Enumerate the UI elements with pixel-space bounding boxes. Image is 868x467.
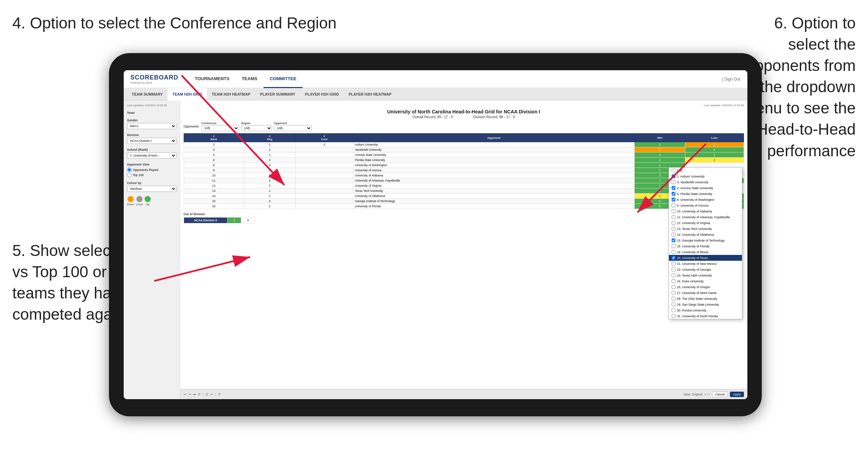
dropdown-item[interactable]: 2. Auburn University (669, 173, 742, 179)
row-opponent: University of Arkansas, Fayetteville (353, 178, 635, 183)
team-label: Team (127, 111, 176, 114)
radio-top100[interactable]: Top 100 (127, 173, 176, 177)
ood-win: 1 (228, 218, 241, 223)
row-reg: 2 (244, 147, 295, 152)
dropdown-item[interactable]: 30. Purdue University (669, 307, 742, 313)
nav-item-tournaments[interactable]: TOURNAMENTS (189, 70, 236, 88)
division-record: Division Record: 88 - 17 - 0 (473, 115, 515, 119)
conference-select[interactable]: (All) (201, 125, 239, 131)
apply-button[interactable]: Apply (730, 392, 744, 397)
nav-item-committee[interactable]: COMMITTEE (264, 70, 303, 88)
row-opponent: Auburn University (353, 142, 635, 147)
toolbar-refresh[interactable]: ⟳ (198, 393, 201, 396)
nav-sign-out[interactable]: | Sign Out (722, 77, 740, 82)
dropdown-item[interactable]: 3. Vanderbilt University (669, 179, 742, 185)
dropdown-item[interactable]: 25. University of Oregon (669, 284, 742, 290)
colour-by-select[interactable]: Win/loss (127, 186, 176, 192)
dropdown-item[interactable]: 8. University of Washington (669, 197, 742, 202)
toolbar-clock[interactable]: ⏱ (218, 393, 221, 396)
row-opponent: Florida State University (353, 158, 635, 163)
division-label: Division (127, 133, 176, 137)
row-rank: 2 (184, 142, 244, 147)
dropdown-item[interactable]: 22. University of Georgia (669, 267, 742, 272)
col-reg: #Reg (244, 134, 295, 142)
toolbar-undo[interactable]: ↩ (184, 393, 186, 396)
sub-nav-player-h2h-grid[interactable]: PLAYER H2H GRID (300, 88, 344, 100)
row-reg: 6 (244, 178, 295, 183)
sub-nav-team-h2h-grid[interactable]: TEAM H2H GRID (168, 88, 207, 100)
opponent-view-radio-group: Opponents Played Top 100 (127, 168, 176, 177)
row-win: 2 (635, 142, 685, 147)
row-rank: 10 (184, 173, 244, 178)
h2h-table: #Rank #Reg #Conf Opponent Win Loss 2 1 1… (184, 133, 744, 209)
legend-down-label: Down (127, 203, 134, 206)
gender-select[interactable]: Men's (127, 123, 176, 129)
dropdown-item[interactable]: 13. Texas Tech University (669, 226, 742, 232)
row-conf (295, 199, 353, 204)
col-opponent: Opponent (353, 134, 635, 142)
toolbar-cut[interactable]: ✂ (210, 393, 213, 396)
region-filter-label: Region (241, 122, 272, 125)
row-conf (295, 183, 353, 188)
grid-records: Overall Record: 89 - 17 - 0 Division Rec… (184, 115, 744, 119)
grid-area: Last Updated: 4/9/2024 16:55:38 Universi… (180, 100, 747, 399)
col-conf: #Conf (295, 134, 353, 142)
colour-by-label: Colour by (127, 181, 176, 185)
dropdown-item[interactable]: 9. University of Arizona (669, 202, 742, 208)
dropdown-item[interactable]: 31. University of North Florida (669, 313, 742, 319)
out-of-division-label: Out of division (184, 212, 744, 216)
sub-nav-team-h2h-heatmap[interactable]: TEAM H2H HEATMAP (207, 88, 255, 100)
radio-opponents-played[interactable]: Opponents Played (127, 168, 176, 172)
dropdown-item[interactable]: 10. University of Alabama (669, 208, 742, 214)
dropdown-item[interactable]: 4. Arizona State University (669, 185, 742, 191)
col-loss: Loss (685, 134, 744, 142)
dropdown-item[interactable]: 27. University of Notre Dame (669, 290, 742, 296)
row-conf (295, 158, 353, 163)
dropdown-item[interactable]: 11. University of Arkansas, Fayetteville (669, 214, 742, 220)
row-loss: 1 (685, 142, 744, 147)
dropdown-item[interactable]: 18. University of Illinois (669, 249, 742, 255)
dropdown-item[interactable]: 28. The Ohio State University (669, 296, 742, 302)
row-opponent: University of Virginia (353, 183, 635, 188)
col-win: Win (635, 134, 685, 142)
dropdown-item[interactable]: 15. Georgia Institute of Technology (669, 237, 742, 243)
sub-nav-player-h2h-heatmap[interactable]: PLAYER H2H HEATMAP (344, 88, 396, 100)
dropdown-item[interactable]: 21. University of New Mexico (669, 261, 742, 267)
grid-title: University of North Carolina Head-to-Hea… (184, 109, 744, 114)
main-content: Last Updated: 4/9/2024 16:55:38 Team Gen… (124, 100, 747, 399)
dropdown-item[interactable]: (All) (669, 168, 742, 173)
toolbar-copy[interactable]: ⊡ (206, 393, 208, 396)
division-select[interactable]: NCAA Division I (127, 138, 176, 144)
nav-item-teams[interactable]: TEAMS (235, 70, 264, 88)
toolbar-back[interactable]: ⬅ (193, 393, 196, 396)
conference-filter-group: Conference (All) (201, 122, 239, 131)
dropdown-item[interactable]: 23. Texas A&M University (669, 272, 742, 278)
row-conf (295, 178, 353, 183)
legend-down-dot (127, 196, 134, 202)
region-select[interactable]: (All) (241, 125, 272, 131)
legend-up-label: Up (146, 203, 149, 206)
dropdown-item[interactable]: 16. University of Florida (669, 243, 742, 249)
dropdown-item[interactable]: 29. San Diego State University (669, 302, 742, 307)
sub-nav-player-summary[interactable]: PLAYER SUMMARY (255, 88, 300, 100)
logo-text: SCOREBOARD (131, 74, 179, 81)
row-conf (295, 163, 353, 168)
row-opponent: University of Alabama (353, 173, 635, 178)
opponents-label: Opponents: (184, 125, 200, 128)
sub-nav-team-summary[interactable]: TEAM SUMMARY (127, 88, 168, 100)
ood-loss: 0 (241, 218, 255, 223)
opponent-select[interactable]: (All) (274, 125, 312, 131)
row-win: 0 (635, 147, 685, 152)
dropdown-item[interactable]: 6. Florida State University (669, 191, 742, 197)
row-reg: 2 (244, 163, 295, 168)
toolbar-redo[interactable]: ↪ (188, 393, 191, 396)
dropdown-item[interactable]: 14. University of Oklahoma (669, 232, 742, 237)
row-rank: 9 (184, 168, 244, 173)
row-rank: 16 (184, 204, 244, 209)
dropdown-item[interactable]: 24. Duke University (669, 278, 742, 284)
school-select[interactable]: 1. University of Nort... (127, 152, 176, 159)
dropdown-item[interactable]: 20. University of Texas (669, 255, 742, 261)
logo-sub: Powered by Sport (131, 81, 179, 84)
cancel-button[interactable]: Cancel (712, 392, 728, 397)
dropdown-item[interactable]: 12. University of Virginia (669, 220, 742, 226)
